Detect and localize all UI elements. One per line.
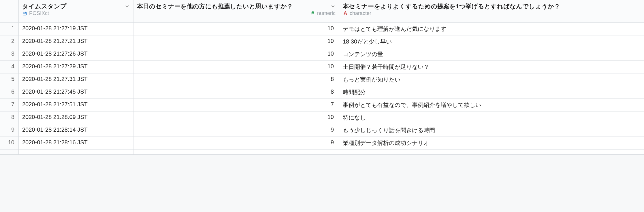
table-row-empty (0, 149, 644, 155)
header-suggestion[interactable]: 本セミナーをよりよくするための提案を1つ挙げるとすればなんでしょうか？ A ch… (339, 0, 644, 23)
recommend-value: 10 (133, 48, 339, 59)
table-row[interactable]: 52020-01-28 21:27:31 JST8もっと実例が知りたい (0, 73, 644, 86)
empty-cell (133, 149, 339, 155)
row-index: 2 (0, 35, 18, 47)
datetime-icon (22, 11, 27, 16)
suggestion-cell[interactable]: 業種別データ解析の成功シナリオ (339, 137, 644, 149)
timestamp-cell[interactable]: 2020-01-28 21:28:09 JST (19, 111, 133, 124)
recommend-cell[interactable]: 9 (133, 124, 339, 137)
timestamp-value: 2020-01-28 21:27:19 JST (19, 23, 133, 34)
timestamp-value: 2020-01-28 21:28:16 JST (19, 137, 133, 148)
timestamp-cell[interactable]: 2020-01-28 21:27:31 JST (19, 73, 133, 86)
suggestion-cell[interactable]: 特になし (339, 111, 644, 124)
row-index: 10 (0, 137, 18, 148)
table-row[interactable]: 92020-01-28 21:28:14 JST9もう少しじっくり話を聞きける時… (0, 124, 644, 137)
header-recommend-type: numeric (317, 10, 336, 16)
header-row-index (0, 0, 19, 23)
recommend-cell[interactable]: 7 (133, 99, 339, 111)
timestamp-cell[interactable]: 2020-01-28 21:28:14 JST (19, 124, 133, 137)
timestamp-value: 2020-01-28 21:27:51 JST (19, 99, 133, 110)
row-index: 5 (0, 73, 18, 85)
recommend-cell[interactable]: 10 (133, 111, 339, 124)
recommend-value: 8 (133, 73, 339, 85)
suggestion-cell[interactable]: 時間配分 (339, 86, 644, 99)
suggestion-cell[interactable]: 事例がとても有益なので、事例紹介を増やして欲しい (339, 99, 644, 111)
suggestion-cell[interactable]: 土日開催？若干時間が足りない？ (339, 61, 644, 73)
recommend-value: 10 (133, 61, 339, 72)
recommend-cell[interactable]: 8 (133, 73, 339, 86)
timestamp-cell[interactable]: 2020-01-28 21:28:16 JST (19, 137, 133, 149)
suggestion-value: 土日開催？若干時間が足りない？ (339, 61, 644, 73)
timestamp-cell[interactable]: 2020-01-28 21:27:19 JST (19, 23, 133, 35)
header-suggestion-title: 本セミナーをよりよくするための提案を1つ挙げるとすればなんでしょうか？ (343, 3, 560, 10)
suggestion-cell[interactable]: デモはとても理解が進んだ気になります (339, 23, 644, 35)
suggestion-cell[interactable]: もっと実例が知りたい (339, 73, 644, 86)
suggestion-value: 事例がとても有益なので、事例紹介を増やして欲しい (339, 99, 644, 111)
recommend-cell[interactable]: 9 (133, 137, 339, 149)
header-recommend-title: 本日のセミナーを他の方にも推薦したいと思いますか？ (137, 3, 293, 10)
recommend-cell[interactable]: 10 (133, 48, 339, 61)
suggestion-value: 業種別データ解析の成功シナリオ (339, 137, 644, 149)
row-index: 3 (0, 48, 18, 59)
recommend-value: 9 (133, 137, 339, 148)
header-row: タイムスタンプ POSIXct (0, 0, 644, 23)
timestamp-cell[interactable]: 2020-01-28 21:27:45 JST (19, 86, 133, 99)
row-index: 4 (0, 61, 18, 72)
recommend-value: 9 (133, 124, 339, 135)
row-index-cell: 9 (0, 124, 19, 137)
header-timestamp-title: タイムスタンプ (22, 3, 67, 10)
row-index-cell: 10 (0, 137, 19, 149)
suggestion-value: もう少しじっくり話を聞きける時間 (339, 124, 644, 137)
table-row[interactable]: 102020-01-28 21:28:16 JST9業種別データ解析の成功シナリ… (0, 137, 644, 149)
table-row[interactable]: 42020-01-28 21:27:29 JST10土日開催？若干時間が足りない… (0, 61, 644, 73)
recommend-value: 8 (133, 86, 339, 97)
timestamp-value: 2020-01-28 21:27:29 JST (19, 61, 133, 72)
recommend-value: 7 (133, 99, 339, 110)
empty-cell (339, 149, 644, 155)
timestamp-value: 2020-01-28 21:28:09 JST (19, 111, 133, 123)
suggestion-cell[interactable]: コンテンツの量 (339, 48, 644, 61)
suggestion-cell[interactable]: 18:30だと少し早い (339, 35, 644, 48)
header-recommend[interactable]: 本日のセミナーを他の方にも推薦したいと思いますか？ # numeric (133, 0, 339, 23)
timestamp-cell[interactable]: 2020-01-28 21:27:29 JST (19, 61, 133, 73)
table-row[interactable]: 22020-01-28 21:27:21 JST1018:30だと少し早い (0, 35, 644, 48)
timestamp-cell[interactable]: 2020-01-28 21:27:51 JST (19, 99, 133, 111)
table-row[interactable]: 72020-01-28 21:27:51 JST7事例がとても有益なので、事例紹… (0, 99, 644, 111)
header-timestamp[interactable]: タイムスタンプ POSIXct (19, 0, 133, 23)
suggestion-value: もっと実例が知りたい (339, 73, 644, 86)
row-index: 8 (0, 111, 18, 123)
table-row[interactable]: 82020-01-28 21:28:09 JST10特になし (0, 111, 644, 124)
suggestion-cell[interactable]: もう少しじっくり話を聞きける時間 (339, 124, 644, 137)
empty-cell (19, 149, 133, 155)
table-row[interactable]: 32020-01-28 21:27:26 JST10コンテンツの量 (0, 48, 644, 61)
timestamp-cell[interactable]: 2020-01-28 21:27:26 JST (19, 48, 133, 61)
row-index: 1 (0, 23, 18, 34)
table-row[interactable]: 62020-01-28 21:27:45 JST8時間配分 (0, 86, 644, 99)
row-index-cell: 6 (0, 86, 19, 99)
table-row[interactable]: 12020-01-28 21:27:19 JST10デモはとても理解が進んだ気に… (0, 23, 644, 35)
header-suggestion-type: character (350, 10, 371, 16)
suggestion-value: 時間配分 (339, 86, 644, 99)
table-body: 12020-01-28 21:27:19 JST10デモはとても理解が進んだ気に… (0, 23, 644, 155)
recommend-cell[interactable]: 10 (133, 35, 339, 48)
chevron-down-icon[interactable] (125, 4, 130, 9)
row-index-cell: 2 (0, 35, 19, 48)
suggestion-value: コンテンツの量 (339, 48, 644, 60)
timestamp-value: 2020-01-28 21:27:45 JST (19, 86, 133, 97)
timestamp-cell[interactable]: 2020-01-28 21:27:21 JST (19, 35, 133, 48)
row-index-cell: 4 (0, 61, 19, 73)
suggestion-value: 18:30だと少し早い (339, 35, 644, 48)
numeric-icon: # (310, 11, 315, 16)
row-index-cell: 1 (0, 23, 19, 35)
chevron-down-icon[interactable] (330, 4, 336, 9)
recommend-cell[interactable]: 10 (133, 61, 339, 73)
recommend-cell[interactable]: 10 (133, 23, 339, 35)
row-index: 6 (0, 86, 18, 97)
row-index-cell (0, 149, 19, 155)
row-index-cell: 7 (0, 99, 19, 111)
timestamp-value: 2020-01-28 21:27:26 JST (19, 48, 133, 59)
recommend-value: 10 (133, 35, 339, 47)
header-timestamp-type: POSIXct (29, 10, 49, 16)
row-index-cell: 8 (0, 111, 19, 124)
recommend-cell[interactable]: 8 (133, 86, 339, 99)
